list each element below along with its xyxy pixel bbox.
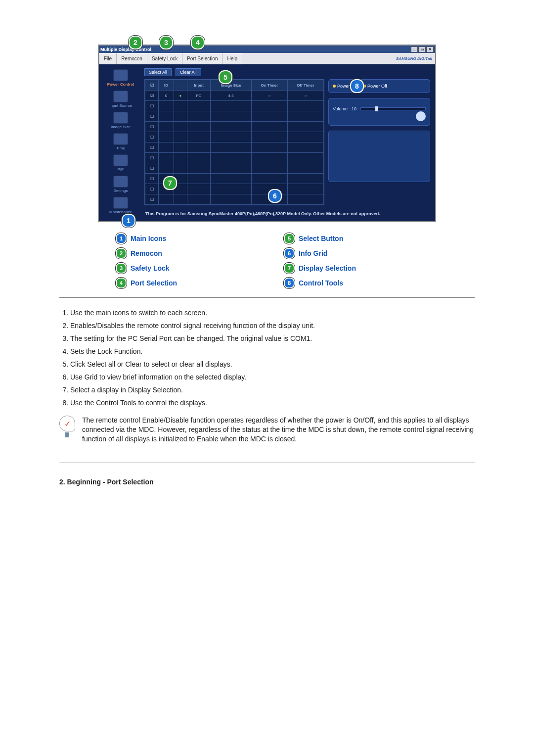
- empty-panel: [328, 131, 430, 182]
- speaker-icon[interactable]: [416, 111, 426, 121]
- divider: [59, 297, 475, 298]
- sidebar-item-label: PIP: [118, 167, 124, 172]
- pip-icon: [113, 154, 128, 166]
- legend-item-8: 8Control Tools: [284, 278, 435, 288]
- explain-item: Use the main icons to switch to each scr…: [70, 309, 475, 317]
- col-checkbox: ☑: [145, 80, 159, 91]
- sidebar-item-pip[interactable]: PIP: [103, 154, 138, 172]
- grid-row[interactable]: ☐: [145, 132, 324, 142]
- explanation-list: Use the main icons to switch to each scr…: [59, 309, 475, 407]
- callout-4: 4: [191, 36, 205, 49]
- explain-item: Enables/Disables the remote control sign…: [70, 322, 475, 330]
- volume-value: 10: [352, 106, 356, 111]
- footer-message: This Program is for Samsung SyncMaster 4…: [144, 208, 430, 216]
- grid-row[interactable]: ☐: [145, 163, 324, 174]
- grid-row[interactable]: ☐: [145, 194, 324, 205]
- legend-label: Remocon: [131, 249, 162, 257]
- row-image-size: 4:3: [211, 91, 252, 101]
- grid-row[interactable]: ☑ 0 ● PC 4:3 ○ ○: [145, 91, 324, 101]
- explain-item: Sets the Lock Function.: [70, 347, 475, 355]
- sidebar-item-image-size[interactable]: Image Size: [103, 112, 138, 129]
- check-note-icon: ✓: [59, 416, 75, 437]
- menu-port-selection[interactable]: Port Selection: [182, 53, 222, 64]
- legend-badge: 2: [116, 248, 127, 259]
- grid-row[interactable]: ☐: [145, 153, 324, 163]
- maximize-icon[interactable]: ▭: [419, 47, 426, 52]
- power-icon: [113, 69, 128, 81]
- window-titlebar: Multiple Display Control _ ▭ ✕: [99, 46, 435, 53]
- sidebar-item-time[interactable]: Time: [103, 133, 138, 150]
- volume-slider[interactable]: [360, 107, 426, 110]
- power-off-label: Power Off: [367, 84, 387, 89]
- legend-label: Select Button: [299, 235, 343, 242]
- sidebar-item-settings[interactable]: Settings: [103, 176, 138, 193]
- minimize-icon[interactable]: _: [411, 47, 418, 52]
- power-panel: Power On Power Off: [328, 79, 430, 93]
- col-off-timer: Off Timer: [287, 80, 323, 91]
- note-text: The remote control Enable/Disable functi…: [82, 416, 475, 444]
- volume-label: Volume: [333, 106, 348, 111]
- callout-7: 7: [163, 176, 177, 190]
- clear-all-button[interactable]: Clear All: [176, 68, 201, 76]
- row-off-timer: ○: [287, 91, 323, 101]
- menu-file[interactable]: File: [99, 53, 117, 64]
- grid-row[interactable]: ☐: [145, 122, 324, 132]
- callout-5: 5: [219, 70, 232, 84]
- row-checkbox[interactable]: ☑: [145, 91, 159, 101]
- sidebar-item-input-source[interactable]: Input Source: [103, 91, 138, 108]
- grid-row[interactable]: ☐: [145, 111, 324, 122]
- sidebar: Power Control Input Source Image Size Ti…: [99, 64, 142, 221]
- window-title: Multiple Display Control: [100, 47, 151, 52]
- sidebar-item-label: Time: [116, 146, 125, 150]
- col-id: ID: [159, 80, 174, 91]
- sidebar-item-maintenance[interactable]: Maintenance: [103, 197, 138, 214]
- explain-item: The setting for the PC Serial Port can b…: [70, 334, 475, 342]
- row-input: PC: [187, 91, 211, 101]
- legend-badge: 4: [116, 278, 127, 288]
- explain-item: Click Select all or Clear to select or c…: [70, 360, 475, 368]
- time-icon: [113, 133, 128, 145]
- legend: 1Main Icons 2Remocon 3Safety Lock 4Port …: [99, 233, 435, 288]
- legend-label: Safety Lock: [131, 264, 170, 272]
- row-on-timer: ○: [252, 91, 288, 101]
- explain-item: Select a display in Display Selection.: [70, 386, 475, 394]
- legend-badge: 6: [284, 248, 295, 259]
- legend-badge: 7: [284, 263, 295, 274]
- callout-2: 2: [129, 36, 142, 49]
- row-id: 0: [159, 91, 174, 101]
- sidebar-item-label: Image Size: [111, 125, 131, 129]
- callout-8: 8: [350, 79, 364, 93]
- legend-item-6: 6Info Grid: [284, 248, 435, 259]
- row-status: ●: [174, 91, 187, 101]
- menu-help[interactable]: Help: [222, 53, 242, 64]
- col-on-timer: On Timer: [252, 80, 288, 91]
- select-all-button[interactable]: Select All: [144, 68, 172, 76]
- callout-1: 1: [122, 214, 135, 228]
- legend-badge: 3: [116, 263, 127, 274]
- grid-row[interactable]: ☐: [145, 101, 324, 111]
- legend-label: Display Selection: [299, 264, 356, 272]
- sidebar-item-label: Input Source: [109, 103, 132, 108]
- grid-header-row: ☑ ID Input Image Size On Timer Off Timer: [145, 80, 324, 91]
- note: ✓ The remote control Enable/Disable func…: [59, 414, 475, 454]
- input-source-icon: [113, 91, 128, 102]
- legend-item-5: 5Select Button: [284, 233, 435, 244]
- explain-item: Use the Control Tools to control the dis…: [70, 399, 475, 407]
- brand-logo: SAMSUNG DIGITall: [396, 56, 432, 61]
- callout-6: 6: [268, 189, 282, 203]
- legend-label: Main Icons: [131, 235, 166, 242]
- legend-label: Info Grid: [299, 249, 327, 257]
- legend-item-7: 7Display Selection: [284, 263, 435, 274]
- legend-item-2: 2Remocon: [116, 248, 267, 259]
- close-icon[interactable]: ✕: [427, 47, 434, 52]
- power-off-button[interactable]: Power Off: [363, 84, 387, 89]
- menu-remocon[interactable]: Remocon: [117, 53, 147, 64]
- legend-badge: 1: [116, 233, 127, 244]
- divider: [59, 463, 475, 463]
- menu-safety-lock[interactable]: Safety Lock: [147, 53, 182, 64]
- sidebar-item-power-control[interactable]: Power Control: [103, 69, 138, 87]
- col-input: Input: [187, 80, 211, 91]
- legend-badge: 8: [284, 278, 295, 288]
- grid-row[interactable]: ☐: [145, 142, 324, 153]
- legend-item-1: 1Main Icons: [116, 233, 267, 244]
